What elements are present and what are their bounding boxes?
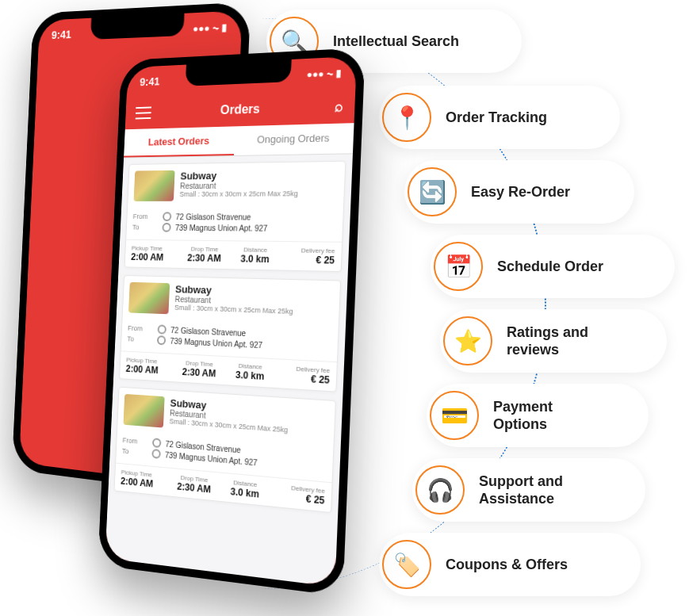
payment-icon: 💳 [430, 391, 479, 440]
feature-pill-ratings: ⭐Ratings and reviews [440, 309, 667, 373]
support-icon: 🎧 [415, 465, 465, 515]
merchant-name: Subway [180, 169, 299, 182]
status-indicators: ●●●⏦▮ [193, 21, 228, 34]
order-card[interactable]: Subway Restaurant Small : 30cm x 30cm x … [124, 161, 346, 272]
route-dot-icon [163, 212, 171, 221]
notch [186, 59, 292, 86]
status-indicators: ●●●⏦▮ [307, 67, 343, 80]
order-list[interactable]: Subway Restaurant Small : 30cm x 30cm x … [105, 154, 353, 587]
order-thumbnail [123, 394, 164, 428]
feature-label: Support and Assistance [479, 473, 563, 508]
pickup-value: 2:00 AM [131, 251, 180, 263]
from-address: 72 Gislason Stravenue [175, 212, 251, 221]
to-address: 739 Magnus Union Apt. 927 [175, 224, 268, 233]
feature-pill-schedule: 📅Schedule Order [431, 235, 675, 298]
reorder-icon: 🔄 [408, 167, 457, 216]
order-thumbnail [128, 282, 170, 314]
tab-latest-orders[interactable]: Latest Orders [124, 126, 235, 157]
tab-ongoing-orders[interactable]: Ongoing Orders [234, 123, 354, 155]
merchant-type: Restaurant [180, 181, 299, 190]
order-card[interactable]: Subway Restaurant Small : 30cm x 30cm x … [114, 387, 336, 513]
distance-value: 3.0 km [229, 253, 281, 265]
feature-pill-payment: 💳Payment Options [427, 384, 649, 447]
search-icon[interactable]: ⌕ [334, 98, 343, 115]
feature-label: Schedule Order [497, 258, 603, 276]
phone-front: 9:41 ●●●⏦▮ Orders ⌕ Latest Orders Ongoin… [98, 48, 365, 596]
schedule-icon: 📅 [434, 242, 483, 291]
menu-icon[interactable] [136, 106, 151, 119]
from-label: From [132, 212, 159, 220]
feature-label: Payment Options [493, 398, 553, 434]
feature-label: Order Tracking [446, 109, 547, 127]
coupons-icon: 🏷️ [382, 540, 431, 589]
feature-label: Coupons & Offers [446, 556, 568, 574]
feature-label: Easy Re-Order [471, 183, 570, 201]
order-card[interactable]: Subway Restaurant Small : 30cm x 30cm x … [119, 275, 341, 392]
to-label: To [132, 224, 159, 231]
page-title: Orders [220, 102, 260, 118]
feature-pill-tracking: 📍Order Tracking [379, 86, 620, 149]
feature-pill-coupons: 🏷️Coupons & Offers [379, 533, 641, 596]
ratings-icon: ⭐ [443, 316, 492, 365]
fee-value: € 25 [281, 254, 335, 266]
feature-label: Ratings and reviews [507, 323, 588, 359]
package-size: Small : 30cm x 30cm x 25cm Max 25kg [179, 189, 298, 198]
feature-pill-support: 🎧Support and Assistance [412, 458, 645, 522]
tracking-icon: 📍 [382, 93, 431, 142]
order-thumbnail [134, 170, 175, 201]
status-time: 9:41 [140, 75, 160, 88]
feature-label: Intellectual Search [333, 33, 459, 51]
tabs: Latest Orders Ongoing Orders [124, 123, 354, 158]
drop-value: 2:30 AM [179, 252, 230, 264]
diagram-stage: 9:41 ●●●⏦▮ 9:41 ●●●⏦▮ Orders ⌕ Latest Or [0, 0, 689, 616]
app-body: Latest Orders Ongoing Orders Subway Rest… [105, 123, 354, 587]
feature-pill-reorder: 🔄Easy Re-Order [404, 160, 634, 224]
app-page: Orders ⌕ Latest Orders Ongoing Orders [105, 89, 356, 587]
status-time: 9:41 [52, 29, 72, 41]
notch [90, 13, 185, 40]
route-dot-icon [162, 223, 170, 232]
